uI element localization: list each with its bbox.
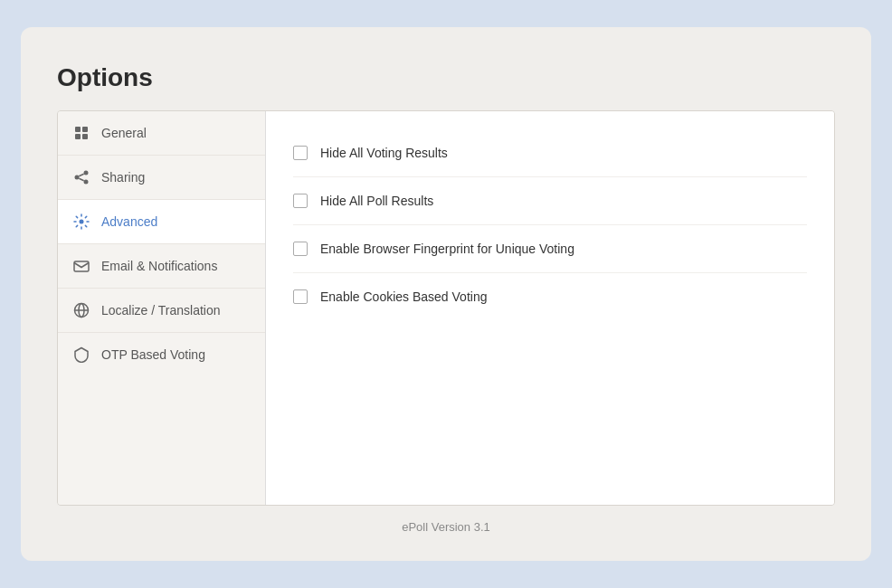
sidebar-item-sharing-label: Sharing [101,170,145,185]
option-row-hide-poll: Hide All Poll Results [293,177,807,225]
svg-rect-1 [82,127,88,132]
svg-rect-2 [75,134,81,139]
svg-rect-10 [74,261,89,271]
sidebar: General Sharing [58,111,266,505]
advanced-icon [72,213,90,231]
sidebar-item-advanced-label: Advanced [101,214,157,229]
sidebar-item-localize[interactable]: Localize / Translation [58,289,265,333]
options-page: Options General [21,27,871,561]
sidebar-item-otp[interactable]: OTP Based Voting [58,333,265,376]
svg-line-8 [79,178,83,181]
svg-rect-3 [82,134,88,139]
svg-rect-0 [75,127,81,132]
footer: ePoll Version 3.1 [57,520,835,534]
option-label-hide-poll: Hide All Poll Results [320,194,433,208]
general-icon [72,124,90,142]
content-area: General Sharing [57,110,835,506]
checkbox-hide-voting-results[interactable] [293,146,308,160]
main-content: Hide All Voting Results Hide All Poll Re… [266,111,834,505]
sidebar-item-email-label: Email & Notifications [101,259,217,273]
localize-icon [72,301,90,319]
option-row-hide-voting: Hide All Voting Results [293,129,807,177]
checkbox-browser-fingerprint[interactable] [293,242,308,256]
option-row-cookies: Enable Cookies Based Voting [293,273,807,320]
svg-line-7 [79,174,83,176]
svg-point-9 [80,220,84,224]
svg-point-6 [84,180,89,185]
sidebar-item-otp-label: OTP Based Voting [101,347,205,362]
sidebar-item-localize-label: Localize / Translation [101,303,221,318]
sidebar-item-sharing[interactable]: Sharing [58,156,265,200]
option-label-cookies: Enable Cookies Based Voting [320,289,487,304]
sidebar-item-general[interactable]: General [58,111,265,156]
page-title: Options [57,63,835,92]
option-row-browser-fingerprint: Enable Browser Fingerprint for Unique Vo… [293,225,807,273]
sidebar-item-advanced[interactable]: Advanced [58,200,265,244]
svg-point-4 [84,171,89,175]
svg-point-5 [75,175,80,180]
checkbox-hide-poll-results[interactable] [293,194,308,208]
sidebar-item-general-label: General [101,126,147,140]
checkbox-cookies-voting[interactable] [293,289,308,304]
sharing-icon [72,168,90,186]
sidebar-item-email-notifications[interactable]: Email & Notifications [58,244,265,289]
option-label-hide-voting: Hide All Voting Results [320,146,448,160]
otp-icon [72,346,90,364]
email-icon [72,257,90,275]
option-label-browser-fingerprint: Enable Browser Fingerprint for Unique Vo… [320,242,574,256]
version-text: ePoll Version 3.1 [402,520,490,534]
